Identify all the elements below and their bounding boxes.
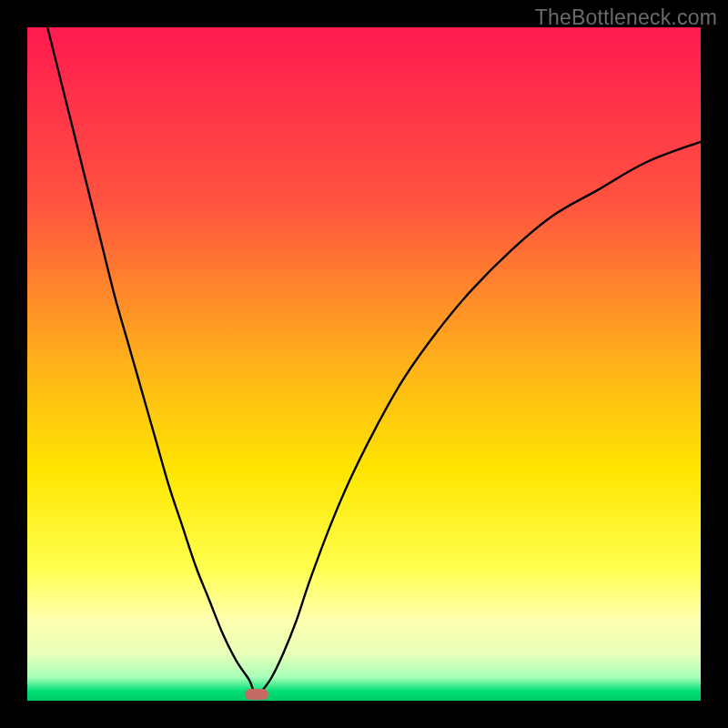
plot-area xyxy=(27,27,701,701)
optimum-marker xyxy=(245,689,268,700)
chart-frame: TheBottleneck.com xyxy=(0,0,728,728)
watermark-text: TheBottleneck.com xyxy=(535,5,717,30)
bottleneck-curve xyxy=(27,27,701,701)
